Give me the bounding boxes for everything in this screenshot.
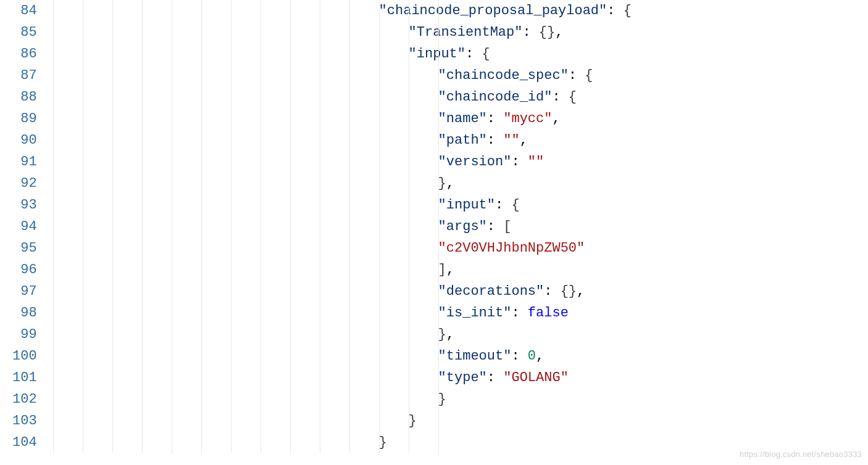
line-number: 88 bbox=[12, 86, 37, 108]
token-brace: { bbox=[585, 68, 593, 83]
token-punc: : bbox=[511, 348, 527, 364]
token-punc: : bbox=[511, 305, 527, 321]
token-key: "args" bbox=[438, 219, 487, 234]
line-number: 93 bbox=[12, 194, 37, 216]
token-punc: : bbox=[569, 68, 585, 83]
token-punc: : bbox=[552, 89, 568, 105]
token-num: 0 bbox=[528, 348, 536, 364]
token-brace: } bbox=[409, 413, 417, 429]
code-editor: 8485868788899091929394959697989910010110… bbox=[0, 0, 868, 453]
token-brace: { bbox=[511, 197, 519, 213]
token-brace: {} bbox=[539, 25, 555, 40]
token-punc: , bbox=[555, 25, 563, 40]
line-number: 101 bbox=[12, 367, 37, 389]
token-punc: : bbox=[544, 284, 560, 299]
code-line[interactable]: "chaincode_proposal_payload": { bbox=[44, 0, 868, 22]
code-lines: "chaincode_proposal_payload": {"Transien… bbox=[44, 0, 868, 453]
token-punc: : bbox=[607, 3, 623, 19]
token-punc: : bbox=[522, 25, 538, 40]
code-line[interactable]: "is_init": false bbox=[44, 302, 868, 324]
line-number: 84 bbox=[12, 0, 37, 22]
token-punc: , bbox=[552, 111, 560, 126]
line-number: 102 bbox=[12, 389, 37, 410]
token-key: "name" bbox=[438, 111, 487, 126]
code-line[interactable]: }, bbox=[44, 324, 868, 345]
code-line[interactable]: } bbox=[44, 389, 868, 410]
line-number: 87 bbox=[12, 65, 37, 86]
code-line[interactable]: "chaincode_spec": { bbox=[44, 65, 868, 86]
token-brace: ] bbox=[438, 262, 446, 278]
line-number: 99 bbox=[12, 324, 37, 345]
line-number: 100 bbox=[12, 345, 37, 367]
code-area[interactable]: "chaincode_proposal_payload": {"Transien… bbox=[44, 0, 868, 453]
code-line[interactable]: ], bbox=[44, 259, 868, 281]
line-number: 89 bbox=[12, 108, 37, 130]
token-brace: } bbox=[438, 327, 446, 342]
line-number: 91 bbox=[12, 151, 37, 173]
code-line[interactable]: "path": "", bbox=[44, 130, 868, 151]
token-str: "mycc" bbox=[503, 111, 552, 126]
code-line[interactable]: "timeout": 0, bbox=[44, 345, 868, 367]
token-punc: : bbox=[487, 133, 503, 148]
token-brace: } bbox=[438, 176, 446, 191]
line-number: 98 bbox=[12, 302, 37, 324]
code-line[interactable]: "decorations": {}, bbox=[44, 281, 868, 302]
token-key: "chaincode_proposal_payload" bbox=[379, 3, 607, 19]
line-number-gutter: 8485868788899091929394959697989910010110… bbox=[0, 0, 44, 453]
line-number: 92 bbox=[12, 173, 37, 194]
line-number: 94 bbox=[12, 216, 37, 237]
token-punc: : bbox=[495, 197, 511, 213]
token-punc: , bbox=[446, 262, 454, 278]
code-line[interactable]: "input": { bbox=[44, 194, 868, 216]
token-key: "TransientMap" bbox=[409, 25, 523, 40]
line-number: 95 bbox=[12, 237, 37, 259]
line-number: 85 bbox=[12, 22, 37, 43]
token-brace: { bbox=[482, 46, 490, 62]
token-key: "input" bbox=[409, 46, 465, 62]
token-str: "c2V0VHJhbnNpZW50" bbox=[438, 241, 585, 256]
code-line[interactable]: }, bbox=[44, 173, 868, 194]
token-punc: , bbox=[520, 133, 528, 148]
token-key: "is_init" bbox=[438, 305, 512, 321]
token-brace: { bbox=[569, 89, 577, 105]
watermark-text: https://blog.csdn.net/shebao3333 bbox=[740, 448, 862, 453]
token-str: "GOLANG" bbox=[503, 370, 569, 385]
token-brace: {} bbox=[561, 284, 577, 299]
token-key: "version" bbox=[438, 154, 512, 170]
token-punc: : bbox=[511, 154, 527, 170]
code-line[interactable]: "name": "mycc", bbox=[44, 108, 868, 130]
code-line[interactable]: "type": "GOLANG" bbox=[44, 367, 868, 389]
code-line[interactable]: "chaincode_id": { bbox=[44, 86, 868, 108]
line-number: 97 bbox=[12, 281, 37, 302]
token-brace: { bbox=[624, 3, 632, 19]
token-punc: , bbox=[536, 348, 544, 364]
code-line[interactable]: "c2V0VHJhbnNpZW50" bbox=[44, 237, 868, 259]
token-str: "" bbox=[528, 154, 544, 170]
token-key: "chaincode_id" bbox=[438, 89, 553, 105]
code-line[interactable]: "args": [ bbox=[44, 216, 868, 237]
token-bool: false bbox=[528, 305, 569, 321]
token-punc: , bbox=[446, 327, 454, 342]
token-punc: , bbox=[577, 284, 585, 299]
token-punc: : bbox=[487, 111, 503, 126]
token-brace: } bbox=[379, 435, 387, 450]
token-punc: : bbox=[487, 219, 503, 234]
code-line[interactable]: "version": "" bbox=[44, 151, 868, 173]
code-line[interactable]: "TransientMap": {}, bbox=[44, 22, 868, 43]
code-line[interactable]: } bbox=[44, 410, 868, 432]
line-number: 96 bbox=[12, 259, 37, 281]
code-line[interactable]: "input": { bbox=[44, 43, 868, 65]
token-key: "decorations" bbox=[438, 284, 545, 299]
token-punc: : bbox=[487, 370, 503, 385]
line-number: 103 bbox=[12, 410, 37, 432]
token-str: "" bbox=[503, 133, 519, 148]
token-brace: } bbox=[438, 392, 446, 407]
line-number: 86 bbox=[12, 43, 37, 65]
token-key: "timeout" bbox=[438, 348, 512, 364]
line-number: 104 bbox=[12, 432, 37, 453]
token-key: "chaincode_spec" bbox=[438, 68, 569, 83]
token-key: "path" bbox=[438, 133, 487, 148]
token-punc: , bbox=[446, 176, 454, 191]
line-number: 90 bbox=[12, 130, 37, 151]
token-key: "input" bbox=[438, 197, 495, 213]
